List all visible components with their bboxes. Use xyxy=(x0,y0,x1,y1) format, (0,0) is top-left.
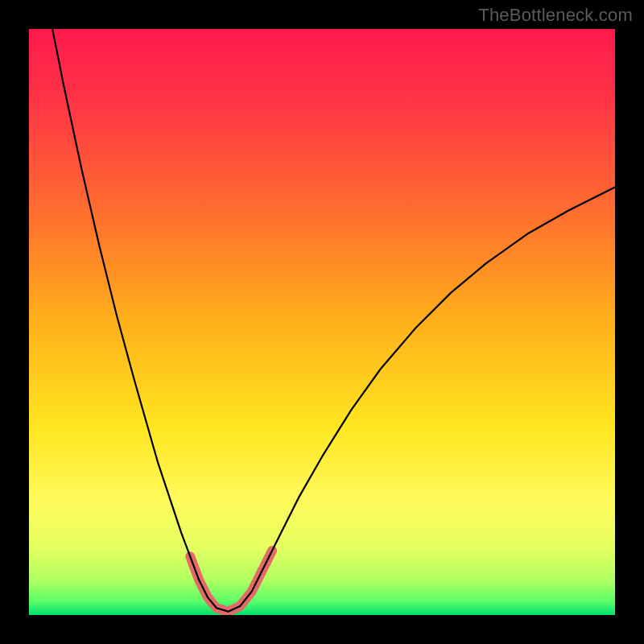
gradient-background xyxy=(29,29,615,615)
chart-svg xyxy=(29,29,615,615)
watermark-text: TheBottleneck.com xyxy=(478,5,633,26)
chart-frame: TheBottleneck.com xyxy=(0,0,644,644)
plot-area xyxy=(29,29,615,615)
